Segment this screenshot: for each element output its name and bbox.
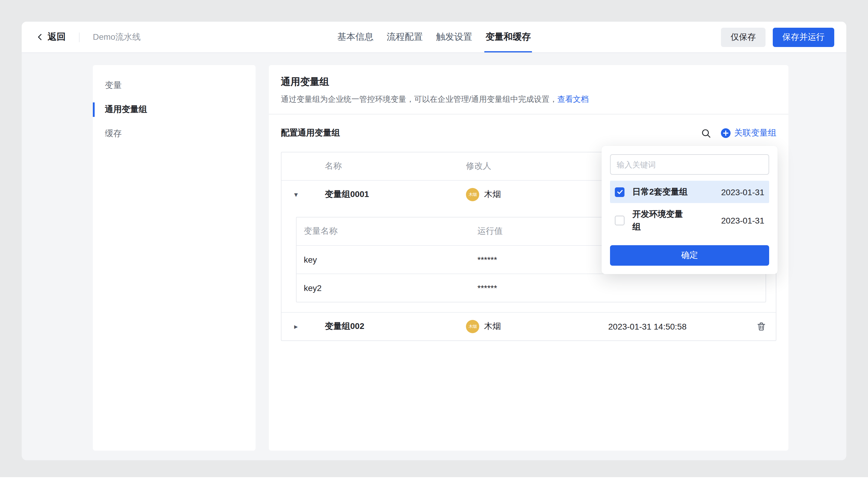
save-only-button[interactable]: 仅保存 [721,27,765,47]
option-label: 日常2套变量组 [632,185,688,198]
link-variable-group-popup: 日常2套变量组 2023-01-31 开发环境变量组 2023-01-31 确定 [601,146,778,274]
section-row: 配置通用变量组 关联变量组 [281,124,776,142]
avatar: 木烟 [466,320,479,333]
checkbox-unchecked-icon[interactable] [615,216,624,225]
option-daily-variable-group[interactable]: 日常2套变量组 2023-01-31 [610,181,769,203]
variable-value: ****** [477,255,622,264]
avatar: 木烟 [466,188,479,201]
variable-name: key2 [297,283,477,293]
topbar-left: 返回 Demo流水线 [36,31,141,43]
sidebar-item-common-variable-groups[interactable]: 通用变量组 [93,97,256,122]
plus-circle-icon [721,128,731,138]
page-description: 通过变量组为企业统一管控环境变量，可以在企业管理/通用变量组中完成设置，查看文档 [281,93,776,106]
modifier-cell: 木烟 木烟 [466,188,608,201]
modifier-cell: 木烟 木烟 [466,320,608,333]
checkbox-checked-icon[interactable] [615,187,624,197]
back-button[interactable]: 返回 [36,31,66,43]
page-title: 通用变量组 [281,76,776,89]
tab-variables-cache[interactable]: 变量和缓存 [484,22,532,52]
pipeline-editor-card: 返回 Demo流水线 基本信息 流程配置 触发设置 变量和缓存 仅保存 保存并运… [22,22,846,460]
sidebar-item-cache[interactable]: 缓存 [93,122,256,146]
inner-header-value: 运行值 [477,226,622,237]
section-actions: 关联变量组 [701,128,776,139]
keyword-search-input[interactable] [610,154,769,175]
option-label: 开发环境变量组 [632,208,690,233]
variable-group-options: 日常2套变量组 2023-01-31 开发环境变量组 2023-01-31 [610,181,769,238]
group-name: 变量组0001 [310,189,466,200]
header-modifier: 修改人 [466,161,608,172]
save-and-run-button[interactable]: 保存并运行 [773,27,834,47]
main-panel: 通用变量组 通过变量组为企业统一管控环境变量，可以在企业管理/通用变量组中完成设… [269,65,788,451]
link-variable-group-button[interactable]: 关联变量组 [721,128,776,139]
modified-time-cell: 2023-01-31 14:50:58 [608,322,756,331]
topbar: 返回 Demo流水线 基本信息 流程配置 触发设置 变量和缓存 仅保存 保存并运… [22,22,846,53]
app-root: 返回 Demo流水线 基本信息 流程配置 触发设置 变量和缓存 仅保存 保存并运… [0,0,868,491]
trash-icon[interactable] [756,322,766,331]
inner-header-name: 变量名称 [297,226,477,237]
settings-sidebar: 变量 通用变量组 缓存 [93,65,256,451]
section-title: 配置通用变量组 [281,128,340,139]
row-actions-cell [756,322,776,331]
main-header: 通用变量组 通过变量组为企业统一管控环境变量，可以在企业管理/通用变量组中完成设… [269,65,788,114]
expand-arrow-icon[interactable]: ▸ [281,322,310,331]
search-icon[interactable] [701,128,711,138]
variable-value: ****** [477,283,622,293]
modifier-name: 木烟 [484,189,501,200]
pipeline-name: Demo流水线 [93,32,141,42]
modifier-name: 木烟 [484,321,501,332]
view-docs-link[interactable]: 查看文档 [557,94,589,104]
description-text: 通过变量组为企业统一管控环境变量，可以在企业管理/通用变量组中完成设置， [281,94,557,104]
collapse-arrow-icon[interactable]: ▾ [281,191,310,199]
sidebar-item-variables[interactable]: 变量 [93,74,256,97]
chevron-left-icon [36,33,44,41]
content-area: 变量 通用变量组 缓存 通用变量组 通过变量组为企业统一管控环境变量，可以在企业… [22,53,846,460]
tab-trigger-settings[interactable]: 触发设置 [435,22,474,52]
group-name: 变量组002 [310,321,466,332]
option-date: 2023-01-31 [721,216,764,225]
option-date: 2023-01-31 [721,187,764,197]
tab-flow-config[interactable]: 流程配置 [386,22,424,52]
header-tabs: 基本信息 流程配置 触发设置 变量和缓存 [336,22,532,52]
confirm-button[interactable]: 确定 [610,245,769,266]
variable-name: key [297,255,477,264]
back-label: 返回 [48,31,66,43]
tab-basic-info[interactable]: 基本信息 [336,22,374,52]
table-row-group-002[interactable]: ▸ 变量组002 木烟 木烟 2023-01-31 14:50:58 [281,313,776,340]
inner-row-key2: key2 ****** [297,274,765,302]
option-dev-env-variable-group[interactable]: 开发环境变量组 2023-01-31 [610,203,769,238]
link-variable-group-label: 关联变量组 [734,128,776,139]
header-name: 名称 [310,161,466,172]
topbar-actions: 仅保存 保存并运行 [721,27,834,47]
divider [79,32,80,42]
